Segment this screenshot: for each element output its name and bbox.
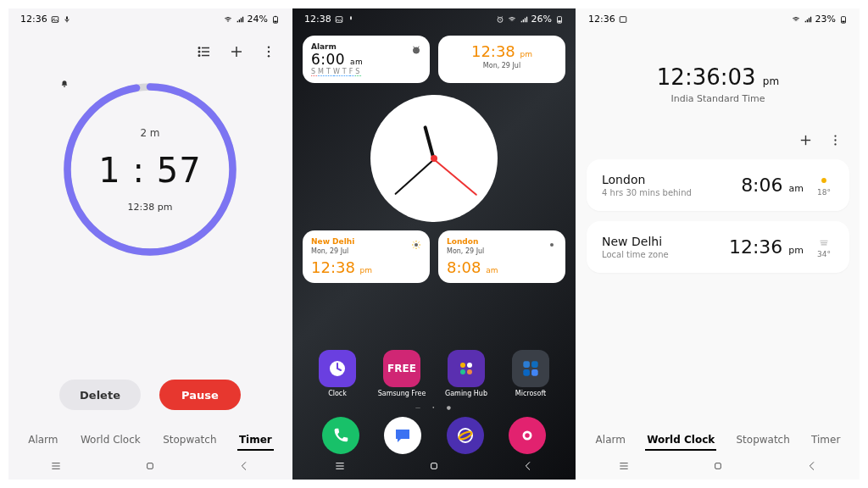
tab-stopwatch[interactable]: Stopwatch — [161, 430, 218, 451]
clock-tabs: Alarm World Clock Stopwatch Timer — [8, 422, 292, 456]
dock-camera[interactable] — [503, 417, 552, 454]
mic-icon — [347, 15, 355, 24]
tab-timer[interactable]: Timer — [237, 430, 274, 451]
svg-point-43 — [460, 369, 465, 374]
wifi-icon — [792, 15, 800, 24]
svg-point-44 — [467, 369, 472, 374]
svg-rect-23 — [147, 463, 153, 469]
list-icon[interactable] — [197, 44, 212, 63]
dock-messages[interactable] — [378, 417, 427, 454]
tab-alarm[interactable]: Alarm — [594, 430, 627, 451]
picture-icon — [619, 15, 627, 24]
svg-line-36 — [419, 247, 420, 248]
signal-icon — [236, 15, 244, 24]
svg-rect-56 — [431, 463, 437, 469]
svg-rect-57 — [620, 16, 626, 22]
digital-time: 12:38 pm — [447, 42, 557, 60]
sun-icon — [411, 237, 421, 247]
svg-point-52 — [526, 433, 531, 438]
svg-rect-5 — [274, 20, 276, 22]
city-card-london[interactable]: London 4 hrs 30 mins behind 8:06 am 18° — [587, 159, 849, 211]
tab-alarm[interactable]: Alarm — [26, 430, 59, 451]
world-clock-widget-1[interactable]: New Delhi Mon, 29 Jul 12:38 pm — [303, 230, 430, 283]
delete-button[interactable]: Delete — [59, 380, 141, 410]
tab-stopwatch[interactable]: Stopwatch — [734, 430, 791, 451]
battery-pct: 24% — [248, 14, 268, 25]
phone-world-clock: 12:36 23% 12:36:03 pm India Standard Tim… — [576, 8, 860, 480]
app-gaming-hub[interactable]: Gaming Hub — [442, 350, 491, 397]
svg-line-37 — [419, 242, 420, 243]
app-row: Clock FREE Samsung Free Gaming Hub Micro… — [303, 350, 565, 397]
timer-duration: 2 m — [140, 127, 159, 139]
wc-date: Mon, 29 Jul — [311, 247, 421, 255]
city-name: New Delhi — [602, 235, 729, 248]
analog-clock-widget[interactable] — [370, 95, 498, 222]
battery-icon — [271, 15, 280, 24]
dock-phone[interactable] — [316, 417, 365, 454]
android-navbar — [576, 456, 860, 480]
minute-hand — [394, 158, 434, 195]
app-samsung-free[interactable]: FREE Samsung Free — [377, 350, 426, 397]
wifi-icon — [224, 15, 232, 24]
svg-rect-2 — [66, 16, 68, 19]
city-time: 8:06 am — [741, 175, 804, 196]
svg-point-42 — [467, 363, 472, 368]
more-icon[interactable] — [828, 133, 843, 151]
timer-remaining: 1 : 57 — [98, 151, 201, 190]
svg-point-30 — [415, 243, 418, 247]
wifi-icon — [508, 15, 516, 24]
tab-world-clock[interactable]: World Clock — [645, 430, 716, 451]
tab-world-clock[interactable]: World Clock — [79, 430, 142, 451]
digital-clock-widget[interactable]: 12:38 pm Mon, 29 Jul — [438, 36, 565, 83]
city-offset: 4 hrs 30 mins behind — [602, 188, 741, 197]
alarm-days: S M T W T F S — [311, 68, 421, 76]
svg-rect-28 — [558, 20, 560, 22]
app-microsoft-folder[interactable]: Microsoft — [506, 350, 555, 397]
city-weather: 34° — [814, 236, 834, 258]
tab-timer[interactable]: Timer — [810, 430, 842, 451]
add-icon[interactable] — [798, 133, 813, 151]
sun-icon — [818, 175, 830, 186]
pause-button[interactable]: Pause — [159, 380, 241, 410]
status-bar: 12:36 23% — [576, 8, 860, 27]
svg-point-12 — [198, 55, 200, 57]
fog-icon — [818, 236, 830, 248]
city-card-new-delhi[interactable]: New Delhi Local time zone 12:36 pm 34° — [587, 221, 849, 273]
dock-internet[interactable] — [441, 417, 490, 454]
back-icon[interactable] — [521, 459, 535, 476]
back-icon[interactable] — [805, 459, 819, 476]
app-clock[interactable]: Clock — [313, 350, 362, 397]
svg-point-11 — [198, 51, 200, 53]
status-bar: 12:36 24% — [8, 8, 292, 27]
more-icon[interactable] — [261, 44, 276, 63]
recents-icon[interactable] — [49, 459, 63, 476]
mic-icon — [63, 15, 71, 24]
picture-icon — [335, 15, 343, 24]
home-icon[interactable] — [427, 459, 441, 476]
alarm-widget[interactable]: Alarm 6:00 am S M T W T F S — [303, 36, 430, 83]
recents-icon[interactable] — [333, 459, 347, 476]
sun-icon — [547, 237, 557, 247]
svg-point-41 — [460, 363, 465, 368]
home-icon[interactable] — [711, 459, 725, 476]
home-icon[interactable] — [143, 459, 157, 476]
svg-point-17 — [268, 55, 270, 57]
svg-line-38 — [414, 247, 415, 248]
svg-rect-48 — [531, 369, 538, 376]
wc-time: 12:38 pm — [311, 258, 421, 276]
alarm-icon — [411, 42, 421, 53]
status-time: 12:38 — [304, 14, 331, 25]
back-icon[interactable] — [237, 459, 251, 476]
svg-rect-25 — [350, 16, 352, 19]
alarm-status-icon — [496, 15, 504, 24]
recents-icon[interactable] — [617, 459, 631, 476]
main-clock: 12:36:03 pm — [576, 64, 860, 90]
signal-icon — [520, 15, 528, 24]
city-time: 12:36 pm — [729, 236, 804, 258]
status-time: 12:36 — [588, 14, 615, 25]
world-clock-widget-2[interactable]: London Mon, 29 Jul 8:08 am — [438, 230, 565, 283]
alarm-label: Alarm — [311, 42, 421, 51]
add-icon[interactable] — [229, 44, 244, 63]
svg-rect-6 — [275, 15, 276, 16]
page-indicator[interactable]: — • ● — [303, 404, 565, 410]
